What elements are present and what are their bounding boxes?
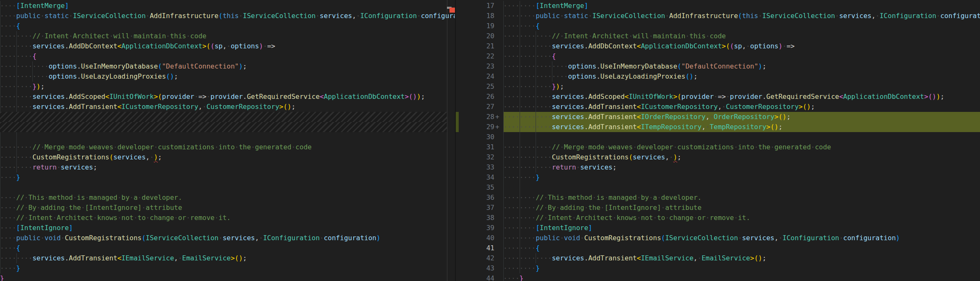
- line-number[interactable]: 19: [456, 21, 494, 31]
- code-line[interactable]: ········CustomRegistrations(services,·);: [0, 152, 455, 162]
- code-line[interactable]: 41········{: [456, 243, 980, 253]
- code-line[interactable]: 40········public·void·CustomRegistration…: [456, 233, 980, 243]
- code-line[interactable]: 39········[IntentIgnore]: [456, 223, 980, 233]
- code-line[interactable]: [0, 132, 455, 142]
- code-line[interactable]: 20············//·Intent·Architect·will·m…: [456, 31, 980, 41]
- code-line[interactable]: 36········//·This·method·is·managed·by·a…: [456, 193, 980, 203]
- whitespace-dot: ·: [511, 123, 515, 131]
- code-line[interactable]: ····public·static·IServiceCollection·Add…: [0, 11, 455, 21]
- line-number[interactable]: 27: [456, 102, 494, 112]
- code-line[interactable]: 21············services.AddDbContext<Appl…: [456, 41, 980, 51]
- code-line[interactable]: 18········public·static·IServiceCollecti…: [456, 11, 980, 21]
- code-line[interactable]: ········services.AddDbContext<Applicatio…: [0, 41, 455, 51]
- line-number[interactable]: 18: [456, 11, 494, 21]
- line-number[interactable]: 33: [456, 162, 494, 172]
- line-number[interactable]: 39: [456, 223, 494, 233]
- code-line[interactable]: 22············{: [456, 51, 980, 61]
- code-token: services: [32, 93, 65, 101]
- line-number[interactable]: 26: [456, 92, 494, 102]
- line-number[interactable]: 20: [456, 31, 494, 41]
- line-number[interactable]: 22: [456, 51, 494, 61]
- code-token: ICustomerRepository: [121, 103, 198, 111]
- whitespace-dot: ·: [600, 204, 604, 212]
- code-line[interactable]: 27············services.AddTransient<ICus…: [456, 102, 980, 112]
- code-line[interactable]: 29+············services.AddTransient<ITe…: [456, 122, 980, 132]
- code-line[interactable]: 17········[IntentMerge]: [456, 1, 980, 11]
- line-number[interactable]: 29: [456, 122, 494, 132]
- code-line[interactable]: 26············services.AddScoped<IUnitOf…: [456, 92, 980, 102]
- code-line[interactable]: ········services.AddTransient<IEmailServ…: [0, 253, 455, 263]
- code-line[interactable]: ············options.UseInMemoryDatabase(…: [0, 61, 455, 72]
- code-line[interactable]: 28+············services.AddTransient<IOr…: [456, 112, 980, 122]
- code-line[interactable]: ········return·services;: [0, 162, 455, 172]
- code-line[interactable]: ········services.AddTransient<ICustomerR…: [0, 102, 455, 112]
- code-token: services: [552, 123, 584, 131]
- code-line[interactable]: ········});: [0, 82, 455, 92]
- code-line[interactable]: 24················options.UseLazyLoading…: [456, 72, 980, 82]
- whitespace-dot: ·: [507, 72, 512, 80]
- line-number[interactable]: 17: [456, 1, 494, 11]
- code-line[interactable]: ····//·By·adding·the·[IntentIgnore]·attr…: [0, 203, 455, 213]
- line-number[interactable]: 41: [456, 243, 494, 253]
- line-number[interactable]: 36: [456, 193, 494, 203]
- line-number[interactable]: 28: [456, 112, 494, 122]
- code-line[interactable]: 32············CustomRegistrations(servic…: [456, 152, 980, 162]
- line-number[interactable]: 24: [456, 72, 494, 82]
- overview-ruler[interactable]: [447, 0, 455, 281]
- line-number[interactable]: 32: [456, 152, 494, 162]
- code-line[interactable]: 43········}: [456, 263, 980, 273]
- code-line[interactable]: 33············return·services;: [456, 162, 980, 172]
- diff-filler-row[interactable]: [0, 122, 447, 132]
- code-line-content: ········//·By·adding·the·[IntentIgnore]·…: [503, 203, 980, 213]
- whitespace-dot: ·: [661, 204, 665, 212]
- line-number[interactable]: 40: [456, 233, 494, 243]
- code-token: ;: [941, 93, 945, 101]
- code-line[interactable]: ····[IntentMerge]: [0, 1, 455, 11]
- code-line[interactable]: ····{: [0, 21, 455, 31]
- code-line[interactable]: 34········}: [456, 172, 980, 183]
- code-token: ]: [588, 224, 592, 232]
- line-number[interactable]: 44: [456, 273, 494, 281]
- code-line[interactable]: 44····}: [456, 273, 980, 281]
- line-number[interactable]: 37: [456, 203, 494, 213]
- code-line[interactable]: ····public·void·CustomRegistrations(ISer…: [0, 233, 455, 243]
- code-line[interactable]: ········//·Merge·mode·weaves·developer·c…: [0, 142, 455, 152]
- diff-left-pane-original[interactable]: ····[IntentMerge]····public·static·IServ…: [0, 0, 455, 281]
- whitespace-dot: ·: [515, 153, 520, 161]
- code-line[interactable]: ····[IntentIgnore]: [0, 223, 455, 233]
- code-line[interactable]: 30: [456, 132, 980, 142]
- line-number[interactable]: 42: [456, 253, 494, 263]
- code-line[interactable]: 25············});: [456, 82, 980, 92]
- diff-right-pane-modified[interactable]: 17········[IntentMerge]18········public·…: [456, 0, 980, 281]
- line-number[interactable]: 25: [456, 82, 494, 92]
- code-line[interactable]: ········{: [0, 51, 455, 61]
- code-line[interactable]: ····//·Intent·Architect·knows·not·to·cha…: [0, 213, 455, 223]
- code-token: developer: [117, 143, 154, 151]
- code-line[interactable]: ····}: [0, 263, 455, 273]
- code-line[interactable]: ········//·Intent·Architect·will·maintai…: [0, 31, 455, 41]
- line-number[interactable]: 38: [456, 213, 494, 223]
- line-number[interactable]: 35: [456, 183, 494, 193]
- line-number[interactable]: 23: [456, 61, 494, 72]
- code-line[interactable]: ····{: [0, 243, 455, 253]
- code-line-content: [503, 132, 980, 142]
- code-line[interactable]: 23················options.UseInMemoryDat…: [456, 61, 980, 72]
- code-line[interactable]: ····}: [0, 172, 455, 183]
- line-number[interactable]: 21: [456, 41, 494, 51]
- code-line[interactable]: ········services.AddScoped<IUnitOfWork>(…: [0, 92, 455, 102]
- line-number[interactable]: 31: [456, 142, 494, 152]
- line-number[interactable]: 30: [456, 132, 494, 142]
- code-line[interactable]: ····//·This·method·is·managed·by·a·devel…: [0, 193, 455, 203]
- code-line[interactable]: 42············services.AddTransient<IEma…: [456, 253, 980, 263]
- code-line[interactable]: [0, 183, 455, 193]
- code-line[interactable]: 31············//·Merge·mode·weaves·devel…: [456, 142, 980, 152]
- code-line[interactable]: 37········//·By·adding·the·[IntentIgnore…: [456, 203, 980, 213]
- code-line[interactable]: }: [0, 273, 455, 281]
- code-line[interactable]: 35: [456, 183, 980, 193]
- line-number[interactable]: 43: [456, 263, 494, 273]
- diff-filler-row[interactable]: [0, 112, 447, 122]
- code-line[interactable]: 38········//·Intent·Architect·knows·not·…: [456, 213, 980, 223]
- line-number[interactable]: 34: [456, 172, 494, 183]
- code-line[interactable]: ············options.UseLazyLoadingProxie…: [0, 72, 455, 82]
- code-line[interactable]: 19········{: [456, 21, 980, 31]
